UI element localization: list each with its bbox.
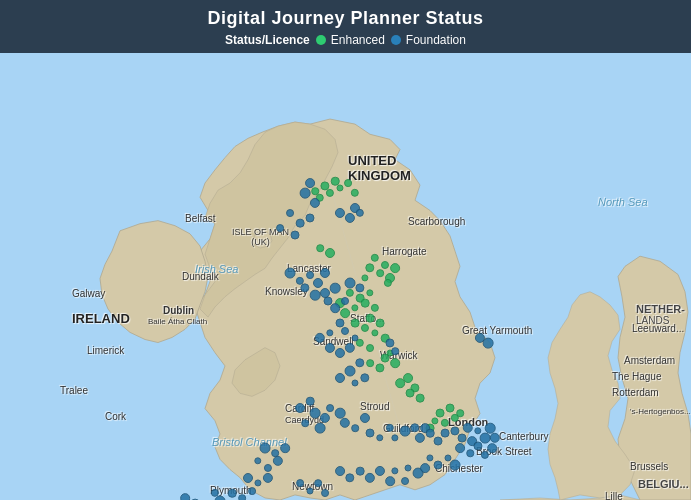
foundation-dot	[434, 461, 443, 470]
foundation-dot	[243, 473, 253, 483]
header: Digital Journey Planner Status Status/Li…	[0, 0, 691, 53]
foundation-dot	[280, 443, 290, 453]
foundation-dot	[305, 178, 315, 188]
foundation-dot	[305, 213, 314, 222]
foundation-dot	[483, 338, 494, 349]
enhanced-dot	[446, 404, 455, 413]
foundation-dot	[285, 268, 296, 279]
foundation-dot	[320, 268, 330, 278]
foundation-dot	[401, 477, 409, 485]
enhanced-dot	[403, 373, 413, 383]
enhanced-dot	[376, 269, 384, 277]
foundation-dot	[351, 379, 358, 386]
foundation-dot	[306, 271, 314, 279]
foundation-dot	[313, 278, 323, 288]
enhanced-dot	[361, 299, 370, 308]
foundation-dot	[434, 437, 443, 446]
foundation-dot	[351, 334, 358, 341]
foundation-dot	[301, 419, 309, 427]
foundation-dot	[335, 408, 346, 419]
enhanced-dot	[325, 248, 335, 258]
legend: Status/Licence Enhanced Foundation	[0, 33, 691, 47]
foundation-dot	[306, 397, 315, 406]
foundation-dot	[321, 489, 329, 497]
enhanced-dot	[351, 319, 360, 328]
enhanced-dot	[381, 354, 390, 363]
foundation-dot	[426, 429, 435, 438]
foundation-dot	[366, 429, 375, 438]
foundation-dot	[330, 303, 340, 313]
enhanced-dot	[340, 308, 350, 318]
enhanced-dot	[366, 314, 375, 323]
foundation-dot	[400, 426, 411, 437]
foundation-dot	[310, 290, 321, 301]
foundation-dot	[330, 283, 341, 294]
foundation-dot	[326, 404, 334, 412]
enhanced-dot	[436, 409, 445, 418]
foundation-dot	[228, 489, 237, 498]
foundation-dot	[450, 460, 461, 471]
map-container[interactable]: UNITEDKINGDOM IRELAND NETHER- LANDS BELG…	[0, 53, 691, 500]
app: Digital Journey Planner Status Status/Li…	[0, 0, 691, 500]
foundation-dot	[335, 348, 345, 358]
foundation-dot	[306, 487, 313, 494]
foundation-dot	[276, 224, 284, 232]
foundation-dot	[455, 443, 465, 453]
foundation-dot	[485, 423, 496, 434]
foundation-dot	[391, 347, 399, 355]
foundation-dot	[296, 219, 305, 228]
foundation-dot	[345, 366, 356, 377]
enhanced-dot	[456, 409, 464, 417]
enhanced-dot	[311, 187, 319, 195]
map-svg	[0, 53, 691, 500]
enhanced-dot	[376, 319, 385, 328]
foundation-dot	[238, 494, 246, 500]
legend-enhanced-item: Enhanced	[316, 33, 385, 47]
foundation-dot	[314, 479, 322, 487]
foundation-dot	[341, 327, 349, 335]
foundation-dot	[315, 423, 326, 434]
foundation-dot	[335, 373, 345, 383]
enhanced-dot	[366, 344, 374, 352]
foundation-dot	[345, 278, 356, 289]
foundation-dot	[180, 493, 190, 500]
foundation-dot	[356, 467, 365, 476]
enhanced-dot	[366, 359, 374, 367]
enhanced-dot	[390, 358, 400, 368]
enhanced-dot-icon	[316, 35, 326, 45]
foundation-dot	[480, 433, 491, 444]
page-title: Digital Journey Planner Status	[0, 8, 691, 29]
foundation-dot	[487, 443, 497, 453]
enhanced-dot	[416, 394, 425, 403]
enhanced-dot	[406, 389, 415, 398]
foundation-dot	[385, 476, 395, 486]
enhanced-dot	[381, 261, 389, 269]
foundation-dot	[300, 188, 311, 199]
legend-foundation-item: Foundation	[391, 33, 466, 47]
legend-enhanced-label: Enhanced	[331, 33, 385, 47]
enhanced-dot	[316, 244, 324, 252]
enhanced-dot	[390, 263, 400, 273]
foundation-dot	[341, 297, 349, 305]
legend-prefix: Status/Licence	[225, 33, 310, 47]
legend-foundation-label: Foundation	[406, 33, 466, 47]
foundation-dot	[248, 487, 256, 495]
foundation-dot	[405, 465, 412, 472]
foundation-dot	[295, 403, 305, 413]
foundation-dot	[360, 413, 370, 423]
foundation-dot	[441, 429, 450, 438]
foundation-dot	[458, 434, 467, 443]
foundation-dot	[296, 479, 304, 487]
foundation-dot	[286, 209, 294, 217]
foundation-dot	[466, 449, 474, 457]
foundation-dot	[351, 424, 359, 432]
foundation-dot	[420, 463, 430, 473]
foundation-dot	[291, 231, 300, 240]
enhanced-dot	[344, 179, 352, 187]
foundation-dot	[310, 408, 321, 419]
foundation-dot	[260, 443, 271, 454]
foundation-dot	[335, 466, 345, 476]
foundation-dot-icon	[391, 35, 401, 45]
